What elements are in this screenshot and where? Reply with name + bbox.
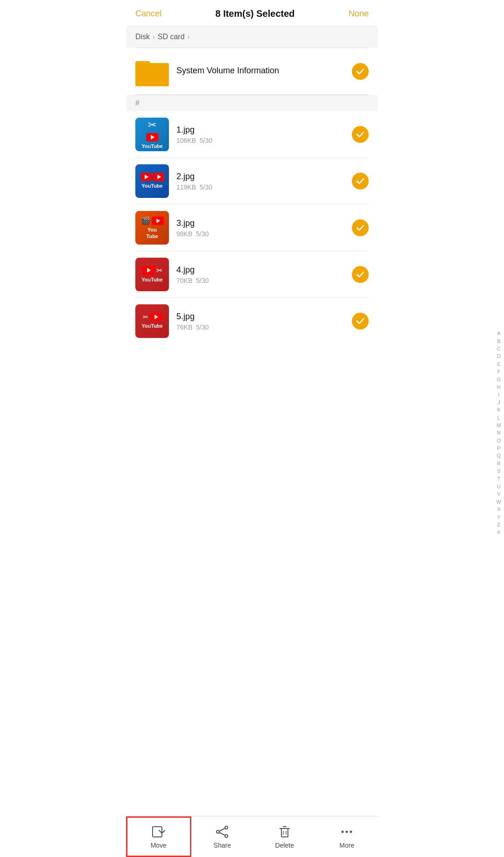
file-info-4: 4.jpg 70KB 5/30 [176,265,344,284]
list-item[interactable]: YouTube 2.jpg 119KB 5/30 [126,158,378,204]
cancel-button[interactable]: Cancel [135,9,161,19]
breadcrumb-sep-1: › [153,33,155,41]
folder-item[interactable]: System Volume Information [126,48,378,95]
file-name-1: 1.jpg [176,125,344,135]
svg-rect-3 [136,64,168,85]
folder-name: System Volume Information [176,66,344,76]
file-thumb-1: ✂ YouTube [135,118,169,151]
none-button[interactable]: None [349,9,369,19]
file-thumb-5: ✂ YouTube [135,304,169,338]
file-meta-1: 106KB 5/30 [176,137,344,144]
list-item[interactable]: ✂ YouTube 5.jpg 76KB 5/30 [126,298,378,344]
file-check-4[interactable] [352,266,369,283]
list-item[interactable]: ✂ YouTube 1.jpg 106KB 5/30 [126,111,378,158]
file-check-1[interactable] [352,126,369,143]
list-item[interactable]: 🎬 YouTube 3.jpg 98KB 5/30 [126,204,378,251]
file-meta-4: 70KB 5/30 [176,277,344,284]
file-name-5: 5.jpg [176,312,344,322]
file-list: System Volume Information # ✂ YouTube 1.… [126,48,378,344]
breadcrumb-item-disk[interactable]: Disk [135,33,150,41]
file-name-2: 2.jpg [176,172,344,182]
breadcrumb: Disk › SD card › [126,26,378,48]
file-check-5[interactable] [352,313,369,330]
file-info-1: 1.jpg 106KB 5/30 [176,125,344,144]
folder-thumb [135,55,169,88]
folder-check[interactable] [352,63,369,80]
list-item[interactable]: ✂ YouTube 4.jpg 70KB 5/30 [126,251,378,298]
file-meta-3: 98KB 5/30 [176,230,344,238]
file-thumb-3: 🎬 YouTube [135,211,169,245]
breadcrumb-item-sdcard[interactable]: SD card [158,33,185,41]
file-check-2[interactable] [352,173,369,190]
file-thumb-4: ✂ YouTube [135,258,169,291]
file-info-3: 3.jpg 98KB 5/30 [176,218,344,238]
folder-info: System Volume Information [176,66,344,77]
header-title: 8 Item(s) Selected [215,8,294,19]
file-info-5: 5.jpg 76KB 5/30 [176,312,344,331]
file-info-2: 2.jpg 119KB 5/30 [176,172,344,191]
section-hash: # [126,95,378,111]
file-check-3[interactable] [352,219,369,236]
file-meta-2: 119KB 5/30 [176,183,344,191]
header: Cancel 8 Item(s) Selected None [126,0,378,26]
file-name-4: 4.jpg [176,265,344,275]
file-name-3: 3.jpg [176,218,344,228]
file-meta-5: 76KB 5/30 [176,323,344,331]
breadcrumb-sep-2: › [188,33,190,41]
file-thumb-2: YouTube [135,164,169,198]
